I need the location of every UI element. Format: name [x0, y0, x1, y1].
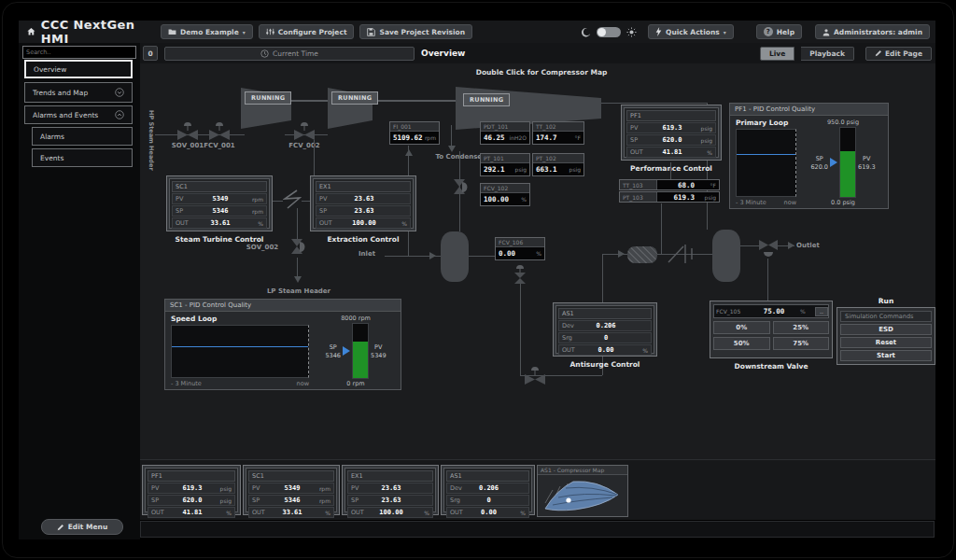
valve-fcv-001[interactable]: [209, 121, 230, 140]
valve-fcv-102[interactable]: [450, 179, 469, 198]
esd-button[interactable]: ESD: [840, 324, 932, 335]
edit-page-label: Edit Page: [885, 49, 922, 58]
controller-pf1[interactable]: PF1 PV619.3psig SP620.0psig OUT41.81%: [621, 105, 722, 161]
controller-sc1[interactable]: SC1 PV5349rpm SP5346rpm OUT33.61%: [166, 175, 273, 231]
pid-panel-sc1[interactable]: SC1 - PID Control Quality Speed Loop - 3…: [164, 299, 401, 390]
downstream-valve-panel: FCV_105 75.00 % .. 0% 25% 50% 75%: [710, 301, 833, 358]
valve-label-sov-002: SOV_002: [241, 244, 284, 251]
arrow-up-icon: [405, 149, 413, 156]
reset-button[interactable]: Reset: [840, 337, 932, 348]
edit-menu-button[interactable]: Edit Menu: [41, 519, 123, 535]
sidebar-item-label: Overview: [34, 65, 66, 74]
help-icon: ?: [764, 27, 773, 36]
sidebar-item-alarms-and-events[interactable]: Alarms and Events: [24, 105, 133, 124]
chevron-down-icon: ▾: [724, 29, 726, 35]
lightning-icon: [655, 27, 662, 36]
tag-unit: °F: [575, 134, 581, 141]
summary-ex1[interactable]: EX1 PV23.63 SP23.63 OUT100.00%: [342, 465, 439, 515]
preset-50-button[interactable]: 50%: [713, 337, 770, 350]
lp-steam-header-label: LP Steam Header: [224, 287, 373, 295]
arrow-down-icon: [448, 146, 456, 152]
controller-as1[interactable]: AS1 Dev0.206 Srg0 OUT0.00%: [553, 302, 657, 357]
quick-actions-button[interactable]: Quick Actions ▾: [648, 24, 734, 39]
pipe-segment: [302, 201, 310, 202]
configure-project-label: Configure Project: [278, 28, 347, 36]
search-input[interactable]: [22, 46, 136, 59]
quick-actions-label: Quick Actions: [666, 28, 720, 36]
compressor-map-chart: [538, 475, 626, 514]
process-diagram-canvas: HP Steam Header RUNNING RUNNING RUNNING …: [140, 63, 935, 459]
preset-75-button[interactable]: 75%: [773, 337, 830, 350]
tag-pdt-101[interactable]: PDT_101 46.25inH2O: [480, 121, 530, 145]
theme-toggle-knob: [598, 28, 606, 36]
user-button[interactable]: Administrators: admin: [815, 24, 930, 39]
theme-toggle[interactable]: [597, 27, 621, 37]
tag-unit: inH2O: [509, 134, 527, 141]
tag-pt-101[interactable]: PT_101 292.1psig: [480, 153, 530, 176]
sidebar-item-trends-and-map[interactable]: Trends and Map: [24, 82, 133, 103]
sidebar-item-alarms[interactable]: Alarms: [32, 127, 133, 146]
nav-count-badge[interactable]: 0: [143, 46, 158, 61]
fcv-105-more-button[interactable]: ..: [815, 307, 828, 316]
current-time-button[interactable]: Current Time: [164, 47, 415, 61]
tag-value: 100.00: [484, 195, 509, 203]
pid-panel-pf1[interactable]: PF1 - PID Control Quality Primary Loop -…: [729, 103, 889, 209]
tag-tt-103[interactable]: TT_10368.0°F: [619, 179, 720, 190]
summary-as1[interactable]: AS1 Dev0.206 Srg0 OUT0.00%: [441, 465, 535, 515]
tag-tt-102[interactable]: TT_102 174.7°F: [532, 121, 584, 145]
simulation-commands-header: Simulation Commands: [840, 311, 932, 322]
tag-fcv-106[interactable]: FCV_106 0.00%: [495, 237, 545, 260]
sidebar-item-overview[interactable]: Overview: [24, 60, 133, 78]
gauge-scale-top: 950.0 psig: [827, 119, 859, 126]
valve-sov-002[interactable]: [288, 239, 306, 258]
start-button[interactable]: Start: [840, 350, 932, 361]
pid-title: SC1 - PID Control Quality: [165, 300, 401, 312]
tag-fcv-102[interactable]: FCV_102 100.00%: [480, 183, 530, 206]
pipe-segment: [767, 259, 768, 301]
controller-ex1[interactable]: EX1 PV23.63 SP23.63 OUT100.00%: [310, 175, 416, 231]
edit-menu-label: Edit Menu: [68, 523, 108, 531]
pipe-segment: [469, 256, 495, 257]
valve-fcv-002[interactable]: [294, 121, 315, 140]
save-project-revision-label: Save Project Revision: [379, 28, 465, 36]
summary-sc1[interactable]: SC1 PV5349rpm SP5346rpm OUT33.61%: [243, 465, 340, 515]
pipe-segment: [740, 245, 761, 246]
running-status-badge: RUNNING: [463, 93, 510, 106]
operating-point: [566, 497, 570, 502]
configure-project-button[interactable]: Configure Project: [259, 24, 355, 39]
playback-mode-button[interactable]: Playback: [801, 47, 854, 61]
valve-sov-001[interactable]: [177, 121, 198, 140]
outlet-label: Outlet: [796, 242, 830, 249]
summary-pf1[interactable]: PF1 PV619.3psig SP620.0psig OUT41.81%: [142, 465, 241, 515]
folder-icon: [168, 28, 176, 35]
tag-fcv-105[interactable]: FCV_105 75.00 % ..: [713, 304, 829, 318]
recycle-valve[interactable]: [525, 366, 545, 385]
controller-caption-ex1: Extraction Control: [310, 235, 416, 244]
compressor-map-title: AS1 - Compressor Map: [538, 466, 627, 475]
antisurge-valve[interactable]: [510, 263, 530, 284]
app-brand: CCC NextGen HMI: [19, 18, 155, 46]
sidebar: Overview Trends and Map Alarms and Event…: [19, 43, 140, 539]
bottom-summary-strip: PF1 PV619.3psig SP620.0psig OUT41.81% SC…: [140, 459, 935, 520]
outlet-valve[interactable]: [759, 240, 778, 259]
gauge-scale-top: 8000 rpm: [341, 315, 371, 322]
preset-0-button[interactable]: 0%: [713, 321, 770, 334]
project-selector-button[interactable]: Demo Example ▾: [161, 24, 253, 39]
compressor-map-tile[interactable]: AS1 - Compressor Map: [537, 465, 628, 517]
help-button[interactable]: ? Help: [756, 24, 802, 39]
inlet-label: Inlet: [353, 250, 381, 258]
tag-pt-102[interactable]: PT_102 663.1psig: [532, 153, 584, 176]
pencil-icon: [875, 49, 882, 57]
preset-25-button[interactable]: 25%: [773, 321, 830, 334]
sp-pointer-icon: [343, 346, 350, 356]
tag-pt-103[interactable]: PT_103619.3psig: [619, 191, 720, 203]
live-mode-button[interactable]: Live: [760, 47, 794, 61]
edit-page-button[interactable]: Edit Page: [865, 47, 932, 61]
chevron-down-icon: ▾: [243, 29, 246, 35]
controller-name: SC1: [172, 181, 267, 192]
controller-caption-pf1: Performance Control: [621, 164, 722, 173]
sidebar-item-events[interactable]: Events: [32, 148, 133, 167]
tag-label: PDT_101: [481, 122, 529, 132]
tag-fi-001[interactable]: FI_001 5109.62rpm: [389, 121, 440, 145]
save-project-revision-button[interactable]: Save Project Revision: [359, 24, 472, 39]
